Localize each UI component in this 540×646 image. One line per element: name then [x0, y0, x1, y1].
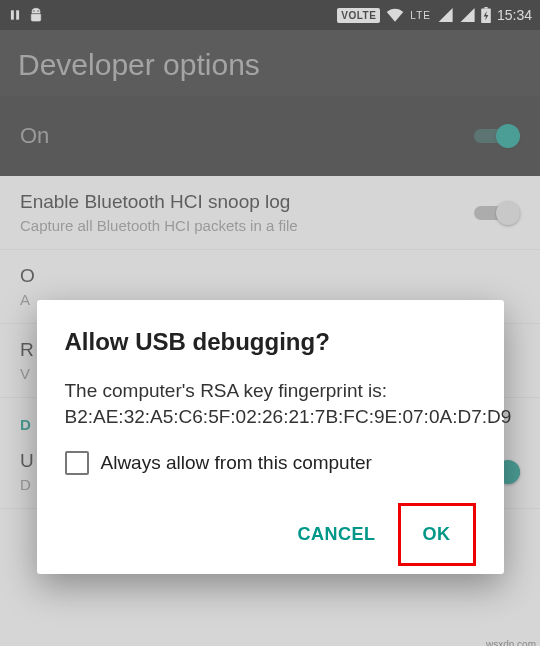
cancel-button[interactable]: CANCEL [276, 503, 398, 566]
always-allow-label: Always allow from this computer [101, 452, 372, 474]
dialog-body: The computer's RSA key fingerprint is: B… [65, 378, 476, 429]
dialog-actions: CANCEL OK [65, 503, 476, 566]
ok-button[interactable]: OK [398, 503, 476, 566]
always-allow-row[interactable]: Always allow from this computer [65, 451, 476, 475]
always-allow-checkbox[interactable] [65, 451, 89, 475]
usb-debugging-dialog: Allow USB debugging? The computer's RSA … [37, 300, 504, 574]
dialog-scrim: Allow USB debugging? The computer's RSA … [0, 0, 540, 646]
dialog-title: Allow USB debugging? [65, 328, 476, 356]
watermark: wsxdn.com [486, 639, 536, 646]
